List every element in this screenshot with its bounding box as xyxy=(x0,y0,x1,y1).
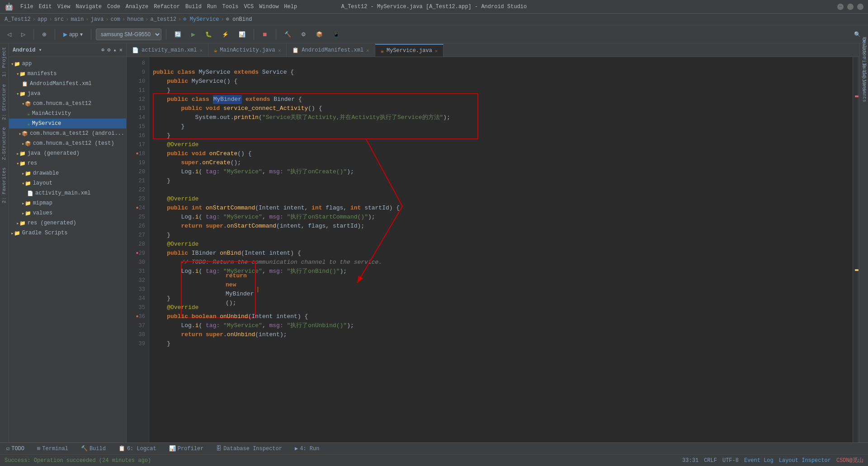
toolbar-add-config-button[interactable]: ⊕ xyxy=(38,28,50,41)
code-line-25[interactable]: Log. i ( tag: "MyService" , msg: "执行了onS… xyxy=(153,213,853,222)
coverage-button[interactable]: ⚡ xyxy=(218,28,232,41)
tree-item-mipmap[interactable]: ▸📁 mipmap xyxy=(9,198,126,208)
tab-close-button[interactable]: ✕ xyxy=(199,48,203,53)
bottom-tab-run[interactable]: ▶ 4: Run xyxy=(292,444,322,453)
tree-item-mainactivity[interactable]: ☕ MainActivity xyxy=(9,109,126,119)
tree-item-res-generated[interactable]: ▸📁 res (generated) xyxy=(9,218,126,228)
sync-button[interactable]: 🔄 xyxy=(171,28,185,41)
menu-build[interactable]: Build xyxy=(185,4,202,10)
code-line-26[interactable]: return super . onStartCommand (intent, f… xyxy=(153,222,853,231)
tree-item-gradle[interactable]: ▸📁 Gradle Scripts xyxy=(9,228,126,238)
minimize-button[interactable]: ─ xyxy=(837,4,844,10)
panel-project[interactable]: 1: Project xyxy=(0,43,9,81)
code-line-23[interactable]: @Override xyxy=(153,195,853,204)
breakpoint-icon[interactable]: ● xyxy=(136,149,139,158)
bottom-tab-build[interactable]: 🔨 Build xyxy=(78,444,108,453)
code-line-15[interactable]: } xyxy=(153,122,853,131)
gradle-sync-button[interactable]: 🔨 xyxy=(281,28,295,41)
tab-close-button[interactable]: ✕ xyxy=(366,48,369,53)
breadcrumb-part[interactable]: hnucm xyxy=(127,16,143,23)
menu-vcs[interactable]: VCS xyxy=(244,4,254,10)
tree-item-androidmanifest[interactable]: 📋 AndroidManifest.xml xyxy=(9,79,126,89)
code-line-18[interactable]: public void onCreate () { xyxy=(153,149,853,158)
profile-button[interactable]: 📊 xyxy=(235,28,249,41)
menu-analyze[interactable]: Analyze xyxy=(126,4,148,10)
code-line-19[interactable]: super . onCreate (); xyxy=(153,158,853,167)
tab-mainactivity[interactable]: ☕ MainActivity.java ✕ xyxy=(208,44,287,57)
menu-navigate[interactable]: Navigate xyxy=(75,4,102,10)
panel-build-variants[interactable]: Build Variants xyxy=(859,63,868,103)
tree-item-package-main[interactable]: ▾📦 com.hnucm.a_test12 xyxy=(9,99,126,109)
tree-item-drawable[interactable]: ▸📁 drawable xyxy=(9,168,126,178)
code-line-9[interactable]: public class MyService extends Service { xyxy=(153,68,853,77)
debug-button[interactable]: 🐛 xyxy=(202,28,216,41)
menu-bar[interactable]: File Edit View Navigate Code Analyze Ref… xyxy=(20,4,297,10)
sidebar-collapse-button[interactable]: ▴ xyxy=(113,47,117,53)
code-line-11[interactable]: } xyxy=(153,86,853,95)
sidebar-close-button[interactable]: ✕ xyxy=(119,47,123,53)
menu-help[interactable]: Help xyxy=(284,4,297,10)
code-line-13[interactable]: public void service_connect_Activity () … xyxy=(153,104,853,113)
breadcrumb-part[interactable]: main xyxy=(71,16,84,23)
menu-window[interactable]: Window xyxy=(259,4,278,10)
breadcrumb-part[interactable]: java xyxy=(90,16,104,23)
code-line-16[interactable]: } xyxy=(153,131,853,140)
android-dropdown[interactable]: Android ▾ xyxy=(13,47,42,53)
panel-structure[interactable]: 2: Structure xyxy=(0,81,9,124)
code-line-27[interactable]: } xyxy=(153,231,853,240)
code-content[interactable]: public class MyService extends Service {… xyxy=(149,57,853,442)
tree-item-res[interactable]: ▾📁 res xyxy=(9,158,126,168)
event-log-link[interactable]: Event Log xyxy=(744,457,774,464)
sidebar-add-button[interactable]: ⊕ xyxy=(101,47,104,53)
tree-item-values[interactable]: ▸📁 values xyxy=(9,208,126,218)
panel-favorites[interactable]: 2: Favorites xyxy=(0,164,9,207)
code-line-20[interactable]: Log. i ( tag: "MyService" , msg: "执行了onC… xyxy=(153,167,853,176)
stop-button[interactable]: ⏹ xyxy=(259,28,271,41)
layout-inspector-link[interactable]: Layout Inspector xyxy=(779,457,831,464)
breadcrumb-part[interactable]: a_test12 xyxy=(151,16,177,23)
tree-item-package-android[interactable]: ▸📦 com.hnucm.a_test12 (androi... xyxy=(9,128,126,138)
code-line-8[interactable] xyxy=(153,59,853,68)
breadcrumb-part[interactable]: ⊙ MyService xyxy=(183,16,219,23)
close-button[interactable]: ✕ xyxy=(857,4,863,10)
menu-run[interactable]: Run xyxy=(207,4,217,10)
tab-close-button[interactable]: ✕ xyxy=(278,48,281,53)
code-line-14[interactable]: System. out. println ( "Service关联了Activi… xyxy=(153,113,853,122)
menu-view[interactable]: View xyxy=(57,4,71,10)
run-button[interactable]: ▶ xyxy=(188,28,199,41)
tree-item-activity-main-xml[interactable]: 📄 activity_main.xml xyxy=(9,188,126,198)
breadcrumb-part[interactable]: A_Test12 xyxy=(5,16,31,23)
code-line-38[interactable]: return super . onUnbind (intent); xyxy=(153,330,853,339)
tab-activity-main-xml[interactable]: 📄 activity_main.xml ✕ xyxy=(127,44,208,57)
bottom-tab-logcat[interactable]: 📋 6: Logcat xyxy=(116,444,159,453)
code-line-33[interactable]: return new MyBinder (); | xyxy=(153,285,853,294)
tree-item-manifests[interactable]: ▾📁 manifests xyxy=(9,69,126,79)
run-configuration-selector[interactable]: ▶ app ▾ xyxy=(60,28,86,41)
breadcrumb-part[interactable]: com xyxy=(110,16,120,23)
tab-myservice[interactable]: ☕ MyService.java ✕ xyxy=(375,44,444,57)
code-line-22[interactable] xyxy=(153,185,853,195)
tab-close-button[interactable]: ✕ xyxy=(435,48,438,54)
breadcrumb-part[interactable]: src xyxy=(54,16,64,23)
code-line-17[interactable]: @Override xyxy=(153,140,853,149)
toolbar-forward-button[interactable]: ▷ xyxy=(18,28,29,41)
code-line-39[interactable]: } xyxy=(153,339,853,348)
menu-code[interactable]: Code xyxy=(107,4,120,10)
code-line-36[interactable]: public boolean onUnbind (Intent intent) … xyxy=(153,312,853,321)
device-selector[interactable]: samsung SM-G9550 xyxy=(96,29,161,40)
sdk-manager-button[interactable]: 📦 xyxy=(312,28,326,41)
bottom-tab-todo[interactable]: ☑ TODO xyxy=(4,444,27,453)
code-line-37[interactable]: Log. i ( tag: "MyService" , msg: "执行了onU… xyxy=(153,321,853,330)
code-line-24[interactable]: public int onStartCommand (Intent intent… xyxy=(153,204,853,213)
bottom-tab-database-inspector[interactable]: 🗄 Database Inspector xyxy=(213,444,285,453)
bottom-tab-terminal[interactable]: ⊞ Terminal xyxy=(34,444,71,453)
menu-edit[interactable]: Edit xyxy=(39,4,52,10)
panel-z-structure[interactable]: Z-Structure xyxy=(0,124,9,164)
breakpoint-icon[interactable]: ● xyxy=(136,312,139,321)
code-line-30[interactable]: // TODO: Return the communication channe… xyxy=(153,258,853,267)
maximize-button[interactable]: □ xyxy=(847,4,854,10)
tree-item-java-generated[interactable]: ▸📁 java (generated) xyxy=(9,148,126,158)
code-line-29[interactable]: public IBinder onBind (Intent intent) { xyxy=(153,249,853,258)
breakpoint-icon[interactable]: ● xyxy=(136,249,139,258)
code-line-10[interactable]: public MyService() { xyxy=(153,77,853,86)
